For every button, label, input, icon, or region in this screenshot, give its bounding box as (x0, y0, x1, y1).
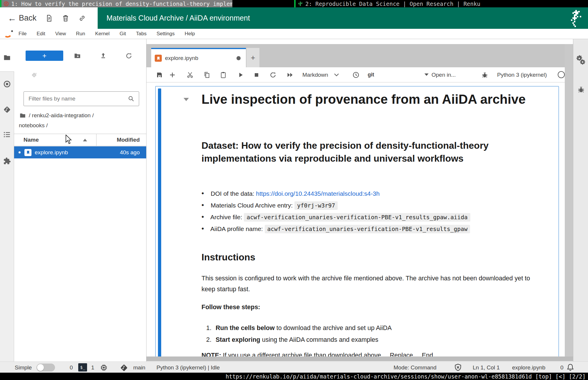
table-of-contents-icon[interactable] (3, 131, 11, 138)
new-tab-button[interactable]: + (246, 48, 259, 67)
home-folder-icon[interactable] (19, 112, 26, 119)
terminal-icon[interactable]: $_ (78, 363, 87, 371)
refresh-icon[interactable] (125, 52, 132, 59)
back-button[interactable]: ← Back (8, 14, 36, 23)
session-header: Materials Cloud Archive / AiiDA environm… (98, 7, 588, 29)
menu-settings[interactable]: Settings (151, 29, 179, 39)
breadcrumb[interactable]: / renku2-aiida-integration / notebooks / (19, 111, 116, 130)
bell-icon[interactable] (566, 363, 574, 371)
tab2-indicator (294, 0, 296, 7)
notebook-tab[interactable]: explore.ipynb (151, 48, 246, 67)
column-modified[interactable]: Modified (117, 137, 140, 143)
cursor-position[interactable]: Ln 1, Col 1 (473, 364, 500, 371)
file-row-selected[interactable]: explore.ipynb 40s ago (14, 146, 146, 158)
restart-kernel-icon[interactable] (269, 71, 276, 78)
cactus-icon (297, 1, 303, 7)
filter-files-box (24, 91, 139, 106)
copy-icon[interactable] (203, 71, 210, 78)
dock-bottom-strip (146, 356, 573, 361)
trash-icon[interactable] (62, 14, 69, 22)
window-tab-1-title: 1: How to verify the precision of densit… (11, 1, 236, 7)
simple-mode-toggle[interactable] (36, 364, 55, 371)
cell-collapser-bar[interactable] (158, 88, 161, 356)
git-sidebar-icon[interactable] (3, 106, 11, 113)
notification-count[interactable]: 0 (560, 364, 564, 371)
debugger-bug-icon[interactable] (481, 71, 488, 78)
document-icon[interactable] (45, 14, 53, 22)
restart-run-all-icon[interactable] (286, 71, 294, 78)
unsaved-changes-dot[interactable] (236, 56, 241, 60)
toggle-knob (37, 364, 44, 371)
git-branch-name[interactable]: main (133, 364, 145, 371)
kernel-status-circle[interactable] (558, 71, 565, 78)
insert-cell-icon[interactable] (169, 71, 176, 78)
stop-icon[interactable] (253, 71, 260, 78)
dock-tab-bar: explore.ipynb + (146, 44, 573, 67)
new-folder-icon[interactable] (74, 52, 81, 59)
doi-link[interactable]: https://doi.org/10.24435/materialscloud:… (256, 190, 379, 197)
link-icon[interactable] (78, 14, 86, 22)
notebook-tab-icon (155, 55, 162, 62)
instructions-paragraph: This session is configured to work with … (201, 273, 531, 295)
upload-icon[interactable] (100, 52, 107, 59)
column-divider[interactable] (96, 134, 96, 146)
git-toolbar-label[interactable]: git (368, 72, 374, 78)
back-arrow-icon: ← (8, 14, 16, 23)
new-launcher-button[interactable]: + (26, 51, 63, 61)
paste-icon[interactable] (220, 71, 227, 78)
list-item: Materials Cloud Archive entry: yf0rj-w3r… (201, 199, 470, 211)
url-bar: https://renkulab.io/p/aiida/materials-cl… (0, 373, 588, 380)
list-item: AiiDA profile name: acwf-verification_un… (201, 223, 470, 235)
property-inspector-gears-icon[interactable] (576, 54, 586, 65)
mode-indicator[interactable]: Mode: Command (394, 364, 437, 371)
kernel-chip-icon[interactable] (100, 364, 108, 371)
running-sessions-icon[interactable] (3, 80, 11, 88)
kernel-count[interactable]: 1 (91, 364, 94, 371)
activity-sidebar (0, 39, 14, 361)
session-url: https://renkulab.io/p/aiida/materials-cl… (226, 373, 588, 380)
trust-shield-icon[interactable] (454, 363, 462, 371)
run-icon[interactable] (237, 71, 244, 78)
menu-help[interactable]: Help (180, 29, 200, 39)
menu-file[interactable]: File (14, 29, 31, 39)
git-branch-icon[interactable] (120, 364, 128, 372)
steps-list: 1.Run the cells below to download the ar… (206, 322, 392, 346)
active-file-name[interactable]: explore.ipynb (512, 364, 545, 371)
open-in-dropdown[interactable]: Open in... (424, 72, 456, 78)
window-title-bar: 1: How to verify the precision of densit… (0, 0, 588, 7)
file-browser-icon[interactable] (3, 54, 11, 61)
notebook-vertical-scrollbar[interactable] (565, 44, 573, 356)
filter-files-input[interactable] (24, 96, 128, 102)
sort-ascending-icon[interactable] (83, 139, 87, 141)
debugger-sidebar-bug-icon[interactable] (577, 86, 585, 93)
kernel-name[interactable]: Python 3 (ipykernel) (497, 72, 547, 78)
window-tab-1[interactable]: 1: How to verify the precision of densit… (0, 0, 232, 7)
extensions-puzzle-icon[interactable] (3, 157, 11, 165)
menu-view[interactable]: View (50, 29, 71, 39)
menu-tabs[interactable]: Tabs (131, 29, 151, 39)
renku-gecko-logo (568, 10, 582, 27)
window-tab-2[interactable]: 2: Reproducible Data Science | Open Rese… (232, 0, 588, 7)
column-name[interactable]: Name (24, 137, 39, 143)
list-item: Archive file: acwf-verification_unaries-… (201, 211, 470, 223)
menu-run[interactable]: Run (71, 29, 90, 39)
archive-entry-code: yf0rj-w3r97 (294, 201, 338, 210)
jupyter-menubar: File Edit View Run Kernel Git Tabs Setti… (0, 29, 588, 39)
heading-collapse-icon[interactable] (184, 98, 189, 101)
search-icon[interactable] (128, 95, 135, 102)
profile-name-code: acwf-verification_unaries-verification-P… (265, 225, 470, 233)
file-browser-panel: + / renku2-aiida-inte (14, 39, 146, 361)
menu-kernel[interactable]: Kernel (90, 29, 114, 39)
browser-profile-icon (3, 1, 9, 7)
menu-edit[interactable]: Edit (31, 29, 50, 39)
cut-icon[interactable] (186, 71, 194, 78)
caret-down-icon (424, 73, 429, 76)
cell-type-dropdown[interactable]: Markdown (302, 72, 339, 78)
terminal-count[interactable]: 0 (70, 364, 73, 371)
menu-git[interactable]: Git (115, 29, 131, 39)
history-clock-icon[interactable] (352, 71, 359, 78)
clipped-note-line: NOTE: If you use a different archive fil… (201, 352, 554, 356)
save-icon[interactable] (156, 71, 163, 78)
notebook-scroll-area[interactable]: Live inspection of provenance from an Ai… (146, 83, 565, 356)
kernel-status-text[interactable]: Python 3 (ipykernel) | Idle (156, 364, 220, 371)
